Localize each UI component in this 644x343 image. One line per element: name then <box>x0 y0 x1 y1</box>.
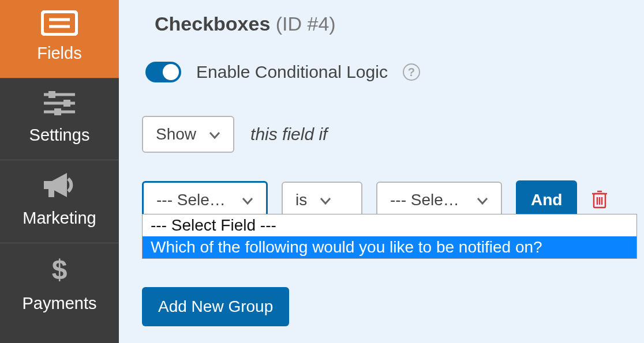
sidebar: Fields Settings <box>0 0 119 343</box>
action-select[interactable]: Show <box>142 116 234 153</box>
rule-operator-value: is <box>295 191 307 209</box>
sliders-icon <box>42 89 77 120</box>
sidebar-item-settings[interactable]: Settings <box>0 78 119 160</box>
svg-text:$: $ <box>52 254 68 285</box>
action-suffix-label: this field if <box>250 125 327 144</box>
svg-rect-4 <box>48 91 55 98</box>
svg-rect-8 <box>54 108 61 115</box>
sidebar-item-label: Fields <box>37 44 81 63</box>
rule-operator-select[interactable]: is <box>282 182 362 218</box>
rule-value-value: --- Selec… <box>390 191 464 209</box>
sidebar-item-payments[interactable]: $ Payments <box>0 243 119 328</box>
dollar-icon: $ <box>48 254 71 288</box>
bullhorn-icon <box>40 171 78 203</box>
enable-conditional-logic-label: Enable Conditional Logic <box>196 62 388 82</box>
chevron-down-icon <box>209 125 220 144</box>
delete-rule-button[interactable] <box>591 189 608 211</box>
enable-conditional-logic-toggle[interactable] <box>145 62 181 82</box>
add-new-group-button[interactable]: Add New Group <box>142 287 289 326</box>
fields-icon <box>41 10 78 38</box>
rule-field-value: --- Selec… <box>156 191 229 209</box>
toggle-knob <box>163 64 179 80</box>
svg-rect-9 <box>48 189 54 197</box>
chevron-down-icon <box>320 191 331 209</box>
help-icon[interactable]: ? <box>403 63 420 81</box>
dropdown-option[interactable]: Which of the following would you like to… <box>143 236 636 258</box>
field-title: Checkboxes (ID #4) <box>155 13 621 35</box>
chevron-down-icon <box>477 191 488 209</box>
field-select-dropdown: --- Select Field --- Which of the follow… <box>142 214 637 259</box>
sidebar-item-label: Marketing <box>23 209 96 228</box>
main-panel: Checkboxes (ID #4) Enable Conditional Lo… <box>119 0 644 343</box>
svg-rect-0 <box>42 12 77 35</box>
rule-value-select[interactable]: --- Selec… <box>376 182 502 218</box>
sidebar-item-marketing[interactable]: Marketing <box>0 160 119 243</box>
dropdown-option[interactable]: --- Select Field --- <box>143 214 636 236</box>
sidebar-item-fields[interactable]: Fields <box>0 0 119 78</box>
sidebar-item-label: Payments <box>23 294 97 313</box>
field-type: Checkboxes <box>155 13 270 35</box>
sidebar-item-label: Settings <box>29 126 90 145</box>
chevron-down-icon <box>242 191 253 209</box>
field-id: (ID #4) <box>276 13 336 35</box>
svg-rect-6 <box>63 100 70 107</box>
action-select-value: Show <box>156 125 196 144</box>
